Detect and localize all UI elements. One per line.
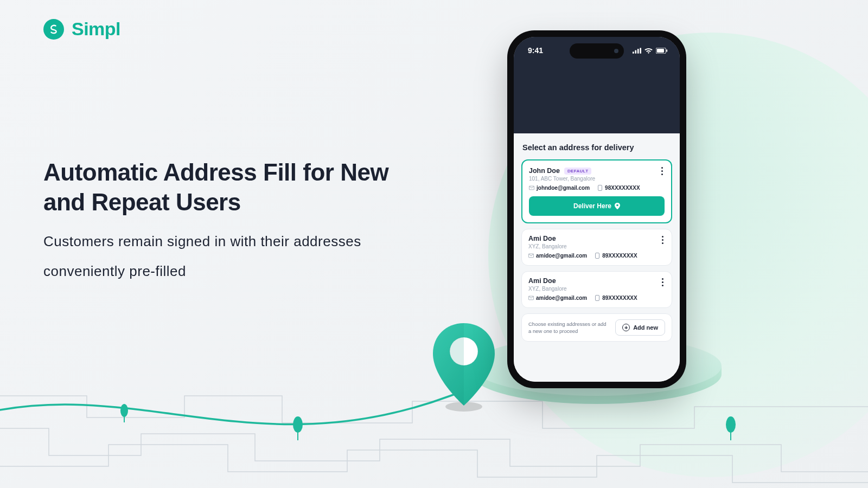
address-email: amidoe@gmail.com xyxy=(536,253,587,259)
address-card[interactable]: Ami Doe XYZ, Bangalore amidoe@gmail.com … xyxy=(521,229,672,266)
kebab-icon[interactable] xyxy=(658,166,666,176)
brand-logo-mark xyxy=(43,19,64,40)
kebab-icon[interactable] xyxy=(659,235,666,245)
svg-point-7 xyxy=(726,416,736,433)
address-name: Ami Doe xyxy=(528,235,556,242)
deliver-here-button[interactable]: Deliver Here xyxy=(529,196,665,216)
address-phone: 98XXXXXXXX xyxy=(605,185,640,191)
svg-point-18 xyxy=(616,204,618,207)
tree-icon xyxy=(120,404,128,422)
address-phone: 89XXXXXXXX xyxy=(602,295,637,301)
svg-rect-6 xyxy=(297,432,298,440)
phone-icon xyxy=(597,185,603,191)
sheet-title: Select an address for delivery xyxy=(521,143,672,152)
mail-icon xyxy=(528,253,534,259)
address-card[interactable]: Ami Doe XYZ, Bangalore amidoe@gmail.com … xyxy=(521,271,672,308)
address-name: Ami Doe xyxy=(528,277,556,285)
page-headline: Automatic Address Fill for New and Repea… xyxy=(43,157,423,217)
svg-rect-10 xyxy=(635,50,636,53)
tree-icon xyxy=(293,416,303,440)
status-clock: 9:41 xyxy=(528,46,543,55)
address-name: John Doe xyxy=(529,167,560,175)
svg-rect-22 xyxy=(596,296,599,301)
address-line: 101, ABC Tower, Bangalore xyxy=(529,176,665,182)
brand-logo: Simpl xyxy=(43,18,120,40)
page-subtitle: Customers remain signed in with their ad… xyxy=(43,227,391,286)
phone-icon xyxy=(595,296,600,301)
svg-rect-17 xyxy=(598,185,602,191)
add-new-row: Choose existing addresses or add a new o… xyxy=(521,313,672,342)
add-new-button[interactable]: + Add new xyxy=(615,319,665,336)
phone-mockup: 9:41 Select an address for delivery John… xyxy=(507,30,686,388)
svg-rect-15 xyxy=(666,49,667,52)
address-email: amidoe@gmail.com xyxy=(536,295,587,301)
address-sheet: Select an address for delivery John Doe … xyxy=(514,133,680,382)
plus-icon: + xyxy=(622,324,630,331)
svg-point-3 xyxy=(120,404,128,417)
address-line: XYZ, Bangalore xyxy=(528,243,665,249)
dynamic-island xyxy=(570,43,624,59)
kebab-icon[interactable] xyxy=(659,277,666,287)
signal-icon xyxy=(633,48,641,54)
svg-rect-12 xyxy=(640,48,641,54)
pin-icon xyxy=(615,203,620,209)
phone-icon xyxy=(595,253,600,259)
address-phone: 89XXXXXXXX xyxy=(602,253,637,259)
svg-rect-8 xyxy=(730,432,731,440)
svg-rect-14 xyxy=(657,48,664,52)
brand-name: Simpl xyxy=(72,18,120,40)
location-pin-icon xyxy=(429,320,499,412)
mail-icon xyxy=(529,185,534,191)
svg-rect-9 xyxy=(633,52,634,54)
address-card[interactable]: John Doe DEFAULT 101, ABC Tower, Bangalo… xyxy=(521,159,672,223)
add-new-hint: Choose existing addresses or add a new o… xyxy=(528,320,610,335)
mail-icon xyxy=(528,296,534,301)
battery-icon xyxy=(656,48,668,54)
svg-point-5 xyxy=(293,416,303,433)
address-line: XYZ, Bangalore xyxy=(528,286,665,292)
svg-rect-20 xyxy=(596,253,599,259)
address-email: johndoe@gmail.com xyxy=(537,185,590,191)
tree-icon xyxy=(726,416,736,440)
svg-rect-4 xyxy=(124,416,125,422)
svg-rect-11 xyxy=(637,48,639,53)
wifi-icon xyxy=(644,48,653,54)
default-badge: DEFAULT xyxy=(564,168,591,175)
simpl-s-icon xyxy=(48,23,60,35)
